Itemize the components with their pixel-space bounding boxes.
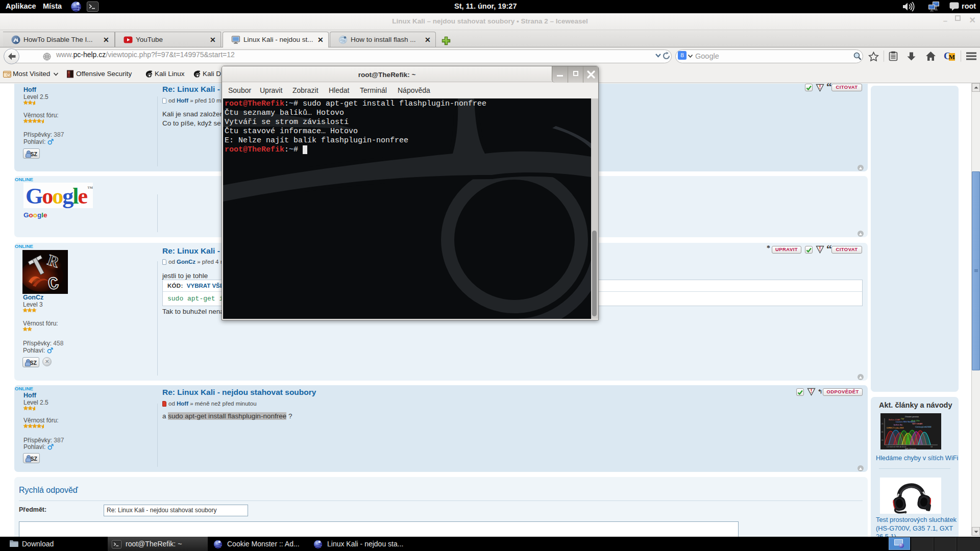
svg-text:belkin.fbc: belkin.fbc (894, 423, 903, 426)
svg-text:-90: -90 (881, 439, 884, 441)
svg-text:14: 14 (930, 446, 933, 448)
svg-text:-70: -70 (881, 423, 884, 425)
svg-text:1 2 3 4 5 6 7 8 9 10 11 12: 1 2 3 4 5 6 7 8 9 10 11 12 (887, 446, 906, 448)
svg-text:!: ! (811, 388, 813, 394)
svg-text:NETGEAR: NETGEAR (912, 422, 922, 425)
svg-text:dlink 23e: dlink 23e (911, 419, 920, 422)
svg-text:!: ! (819, 245, 821, 252)
svg-text:DIRECT-roku-868: DIRECT-roku-868 (887, 427, 904, 429)
svg-text:WiFi Channels: WiFi Channels (905, 448, 916, 450)
svg-text:-80: -80 (881, 431, 884, 433)
svg-text:!: ! (819, 84, 821, 90)
svg-text:Oy!: Oy! (901, 417, 904, 420)
svg-text:CenturyLink2444: CenturyLink2444 (915, 425, 932, 428)
svg-text:Ostatni prostai: Ostatni prostai (905, 415, 919, 418)
